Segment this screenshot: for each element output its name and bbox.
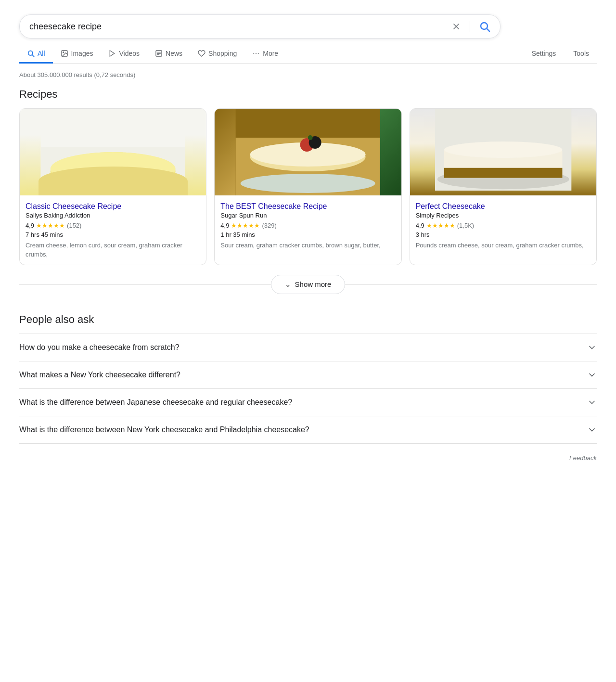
paa-item-4[interactable]: What is the difference between New York … xyxy=(19,416,597,444)
recipe-content-3: Perfect Cheesecake Simply Recipes 4,9 ★★… xyxy=(410,195,596,256)
svg-line-5 xyxy=(32,55,34,57)
cheesecake-svg-3 xyxy=(410,109,596,191)
recipe-card-3[interactable]: Perfect Cheesecake Simply Recipes 4,9 ★★… xyxy=(410,108,597,265)
paa-question-1: How do you make a cheesecake from scratc… xyxy=(19,343,180,352)
recipe-title-2[interactable]: The BEST Cheesecake Recipe xyxy=(220,202,327,210)
video-tab-icon xyxy=(108,50,116,57)
recipe-title-3[interactable]: Perfect Cheesecake xyxy=(416,202,485,210)
paa-item-3[interactable]: What is the difference between Japanese … xyxy=(19,388,597,416)
recipe-rating-value-1: 4,9 xyxy=(26,222,34,229)
recipe-rating-1: 4,9 ★★★★★ (152) xyxy=(26,222,200,229)
search-input[interactable] xyxy=(29,22,451,32)
nav-tabs: All Images Videos News Shopping More Set… xyxy=(19,44,597,64)
recipe-time-3: 3 hrs xyxy=(416,231,590,238)
recipe-ingredients-1: Cream cheese, lemon curd, sour cream, gr… xyxy=(26,241,200,258)
tab-images-label: Images xyxy=(71,50,93,57)
recipe-title-1[interactable]: Classic Cheesecake Recipe xyxy=(26,202,121,210)
tab-tools[interactable]: Tools xyxy=(565,45,597,64)
divider xyxy=(470,21,470,32)
show-more-container: ⌄ Show more xyxy=(19,275,597,294)
tab-shopping-label: Shopping xyxy=(208,50,237,57)
recipe-cards-container: Classic Cheesecake Recipe Sallys Baking … xyxy=(19,108,597,265)
recipe-card-1[interactable]: Classic Cheesecake Recipe Sallys Baking … xyxy=(19,108,206,265)
search-icon-group xyxy=(451,21,490,32)
recipe-image-1 xyxy=(20,109,206,195)
tab-news-label: News xyxy=(166,50,182,57)
chevron-down-icon: ⌄ xyxy=(285,280,291,289)
chevron-down-icon-4 xyxy=(587,425,597,435)
svg-point-32 xyxy=(444,142,563,158)
search-bar xyxy=(19,14,500,39)
cheesecake-svg-2 xyxy=(215,109,401,195)
feedback-link[interactable]: Feedback xyxy=(569,454,597,462)
news-tab-icon xyxy=(155,50,163,57)
paa-question-3: What is the difference between Japanese … xyxy=(19,398,292,407)
svg-point-7 xyxy=(63,52,64,53)
recipe-rating-2: 4,9 ★★★★★ (329) xyxy=(220,222,395,229)
people-also-ask-section: People also ask How do you make a cheese… xyxy=(19,313,597,444)
tab-news[interactable]: News xyxy=(147,45,190,64)
paa-item-1[interactable]: How do you make a cheesecake from scratc… xyxy=(19,334,597,361)
svg-point-13 xyxy=(254,53,255,54)
tab-settings-label: Settings xyxy=(532,50,556,57)
search-tab-icon xyxy=(27,50,35,57)
tab-videos-label: Videos xyxy=(119,50,140,57)
recipe-time-1: 7 hrs 45 mins xyxy=(26,231,200,238)
rating-count-3: (1,5K) xyxy=(457,222,474,229)
cheesecake-svg-1 xyxy=(20,109,206,195)
chevron-down-icon-3 xyxy=(587,398,597,407)
image-tab-icon xyxy=(61,50,68,57)
recipe-content-2: The BEST Cheesecake Recipe Sugar Spun Ru… xyxy=(215,195,401,256)
rating-count-1: (152) xyxy=(67,222,81,229)
recipe-source-1: Sallys Baking Addiction xyxy=(26,212,200,219)
show-more-button[interactable]: ⌄ Show more xyxy=(271,275,346,294)
x-icon xyxy=(451,22,461,31)
clear-button[interactable] xyxy=(451,22,461,31)
paa-title: People also ask xyxy=(19,313,597,326)
recipes-section: Recipes Classic Cheesecake Recipe Sallys… xyxy=(19,88,597,294)
tab-tools-label: Tools xyxy=(573,50,589,57)
recipes-title: Recipes xyxy=(19,88,597,101)
recipe-rating-value-2: 4,9 xyxy=(220,222,229,229)
recipe-source-2: Sugar Spun Run xyxy=(220,212,395,219)
stars-3: ★★★★★ xyxy=(426,222,455,229)
show-more-label: Show more xyxy=(295,280,332,288)
chevron-down-icon-1 xyxy=(587,343,597,352)
more-tab-icon xyxy=(252,50,260,57)
recipe-card-2[interactable]: The BEST Cheesecake Recipe Sugar Spun Ru… xyxy=(214,108,401,265)
svg-point-14 xyxy=(256,53,257,54)
search-button[interactable] xyxy=(479,21,490,32)
recipe-content-1: Classic Cheesecake Recipe Sallys Baking … xyxy=(20,195,206,265)
tab-videos[interactable]: Videos xyxy=(101,45,147,64)
svg-rect-31 xyxy=(444,168,563,178)
recipe-ingredients-2: Sour cream, graham cracker crumbs, brown… xyxy=(220,241,395,250)
stars-1: ★★★★★ xyxy=(36,222,65,229)
tab-images[interactable]: Images xyxy=(53,45,101,64)
recipe-time-2: 1 hr 35 mins xyxy=(220,231,395,238)
recipe-rating-3: 4,9 ★★★★★ (1,5K) xyxy=(416,222,590,229)
results-count: About 305.000.000 results (0,72 seconds) xyxy=(19,71,597,78)
svg-line-3 xyxy=(487,29,490,32)
rating-count-2: (329) xyxy=(262,222,276,229)
recipe-image-3 xyxy=(410,109,596,195)
stars-2: ★★★★★ xyxy=(231,222,260,229)
svg-point-15 xyxy=(258,53,259,54)
tab-shopping[interactable]: Shopping xyxy=(190,45,244,64)
paa-item-2[interactable]: What makes a New York cheesecake differe… xyxy=(19,361,597,388)
feedback-container: Feedback xyxy=(19,453,597,462)
tab-more-label: More xyxy=(263,50,278,57)
nav-right: Settings Tools xyxy=(524,44,597,63)
recipe-rating-value-3: 4,9 xyxy=(416,222,424,229)
recipe-ingredients-3: Pounds cream cheese, sour cream, graham … xyxy=(416,241,590,250)
svg-point-19 xyxy=(51,152,176,186)
chevron-down-icon-2 xyxy=(587,370,597,380)
tab-settings[interactable]: Settings xyxy=(524,45,564,64)
tab-all[interactable]: All xyxy=(19,45,53,64)
svg-point-27 xyxy=(308,135,313,140)
paa-question-4: What is the difference between New York … xyxy=(19,425,309,434)
recipe-source-3: Simply Recipes xyxy=(416,212,590,219)
svg-point-24 xyxy=(241,174,375,193)
tab-more[interactable]: More xyxy=(244,45,286,64)
shopping-tab-icon xyxy=(198,50,205,57)
search-icon xyxy=(479,21,490,32)
